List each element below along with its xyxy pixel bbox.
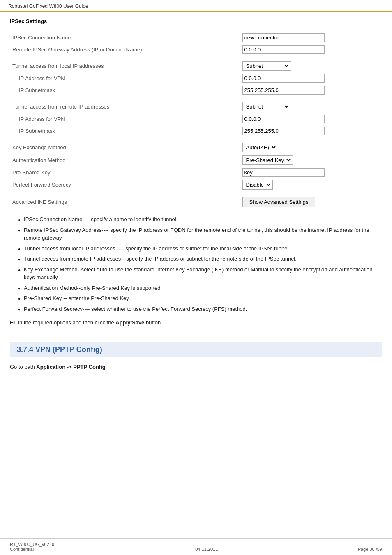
pfs-label: Perfect Forward Secrecy	[10, 178, 240, 191]
ipsec-settings-section: IPSec Settings IPSec Connection Name Rem…	[10, 18, 382, 209]
footer-confidential: Confidential	[10, 547, 55, 552]
auth-method-value: Pre-Shared Key	[240, 154, 382, 166]
pfs-select[interactable]: Disable Enable	[244, 181, 272, 188]
list-item: Key Exchange Method--select Auto to use …	[18, 266, 382, 282]
key-exchange-wrapper: Auto(IKE) Manual	[242, 143, 278, 152]
ipsec-connection-name-input[interactable]	[242, 33, 325, 42]
key-exchange-label: Key Exchange Method	[10, 141, 240, 154]
local-tunnel-label: Tunnel access from local IP addresses	[10, 60, 240, 72]
local-ip-row: IP Address for VPN	[10, 72, 382, 84]
pre-shared-key-row: Pre-Shared Key	[10, 166, 382, 178]
local-tunnel-type-select[interactable]: Subnet Single Address	[244, 62, 290, 69]
advanced-ike-button-cell: Show Advanced Settings	[240, 195, 382, 209]
list-item: Authentication Method--only Pre-Shared K…	[18, 284, 382, 292]
remote-ip-input[interactable]	[242, 115, 325, 123]
remote-gateway-label: Remote IPSec Gateway Address (IP or Doma…	[10, 44, 240, 56]
footer-page: Page 36 /59	[358, 547, 382, 552]
local-mask-value	[240, 84, 382, 96]
list-item: Tunnel access from local IP addresses --…	[18, 245, 382, 253]
remote-mask-input[interactable]	[242, 127, 325, 135]
list-item: Remote IPSec Gateway Address---- specify…	[18, 226, 382, 242]
remote-gateway-row: Remote IPSec Gateway Address (IP or Doma…	[10, 44, 382, 56]
document-title: Robustel GoFixed W800 User Guide	[8, 3, 88, 9]
remote-tunnel-select-cell: Subnet Single Address	[240, 100, 382, 113]
fill-instructions: Fill in the required options and then cl…	[10, 319, 382, 326]
show-advanced-settings-button[interactable]: Show Advanced Settings	[242, 197, 316, 207]
footer-date: 04.11.2011	[195, 547, 218, 552]
description-list: IPSec Connection Name---- specify a name…	[18, 215, 382, 313]
list-item: IPSec Connection Name---- specify a name…	[18, 215, 382, 224]
key-exchange-row: Key Exchange Method Auto(IKE) Manual	[10, 141, 382, 154]
local-tunnel-type-wrapper: Subnet Single Address	[242, 61, 291, 71]
footer-doc-id: RT_W800_UG_v02.00	[10, 542, 55, 547]
ipsec-connection-name-row: IPSec Connection Name	[10, 32, 382, 44]
page-footer: RT_W800_UG_v02.00 Confidential 04.11.201…	[0, 538, 392, 555]
local-tunnel-row: Tunnel access from local IP addresses Su…	[10, 60, 382, 72]
key-exchange-value: Auto(IKE) Manual	[240, 141, 382, 154]
remote-tunnel-row: Tunnel access from remote IP addresses S…	[10, 100, 382, 113]
auth-method-row: Authentication Method Pre-Shared Key	[10, 154, 382, 166]
auth-method-wrapper: Pre-Shared Key	[242, 155, 293, 165]
pfs-wrapper: Disable Enable	[242, 180, 273, 190]
local-mask-label: IP Subnetmask	[10, 84, 240, 96]
section-title: IPSec Settings	[10, 18, 382, 26]
pre-shared-key-label: Pre-Shared Key	[10, 166, 240, 178]
section-374-title: 3.7.4 VPN (PPTP Config)	[10, 342, 382, 357]
ipsec-connection-name-value	[240, 32, 382, 44]
remote-gateway-input[interactable]	[242, 45, 325, 54]
pre-shared-key-input[interactable]	[242, 168, 325, 177]
remote-tunnel-label: Tunnel access from remote IP addresses	[10, 100, 240, 113]
remote-ip-label: IP Address for VPN	[10, 113, 240, 125]
advanced-ike-label: Advanced IKE Settings	[10, 195, 240, 209]
local-mask-row: IP Subnetmask	[10, 84, 382, 96]
auth-method-select[interactable]: Pre-Shared Key	[244, 157, 292, 164]
remote-mask-label: IP Subnetmask	[10, 125, 240, 137]
pfs-row: Perfect Forward Secrecy Disable Enable	[10, 178, 382, 191]
local-ip-input[interactable]	[242, 74, 325, 83]
key-exchange-select[interactable]: Auto(IKE) Manual	[244, 144, 277, 151]
local-ip-value	[240, 72, 382, 84]
local-tunnel-select-cell: Subnet Single Address	[240, 60, 382, 72]
goto-path: Go to path Application -> PPTP Config	[10, 364, 382, 370]
ipsec-connection-name-label: IPSec Connection Name	[10, 32, 240, 44]
remote-gateway-value	[240, 44, 382, 56]
remote-ip-value	[240, 113, 382, 125]
remote-mask-row: IP Subnetmask	[10, 125, 382, 137]
top-bar: Robustel GoFixed W800 User Guide	[0, 0, 392, 12]
remote-tunnel-type-wrapper: Subnet Single Address	[242, 102, 291, 111]
auth-method-label: Authentication Method	[10, 154, 240, 166]
local-mask-input[interactable]	[242, 86, 325, 95]
list-item: Tunnel access from remote IP addresses--…	[18, 255, 382, 263]
pfs-value: Disable Enable	[240, 178, 382, 191]
list-item: Perfect Forward Secrecy---- select wheth…	[18, 305, 382, 313]
remote-tunnel-type-select[interactable]: Subnet Single Address	[244, 103, 290, 110]
remote-ip-row: IP Address for VPN	[10, 113, 382, 125]
list-item: Pre-Shared Key -- enter the Pre-Shared K…	[18, 294, 382, 303]
section-374: 3.7.4 VPN (PPTP Config) Go to path Appli…	[10, 338, 382, 370]
footer-left: RT_W800_UG_v02.00 Confidential	[10, 542, 55, 552]
pre-shared-key-value	[240, 166, 382, 178]
remote-mask-value	[240, 125, 382, 137]
local-ip-label: IP Address for VPN	[10, 72, 240, 84]
ipsec-form-table: IPSec Connection Name Remote IPSec Gatew…	[10, 32, 382, 209]
advanced-ike-row: Advanced IKE Settings Show Advanced Sett…	[10, 195, 382, 209]
